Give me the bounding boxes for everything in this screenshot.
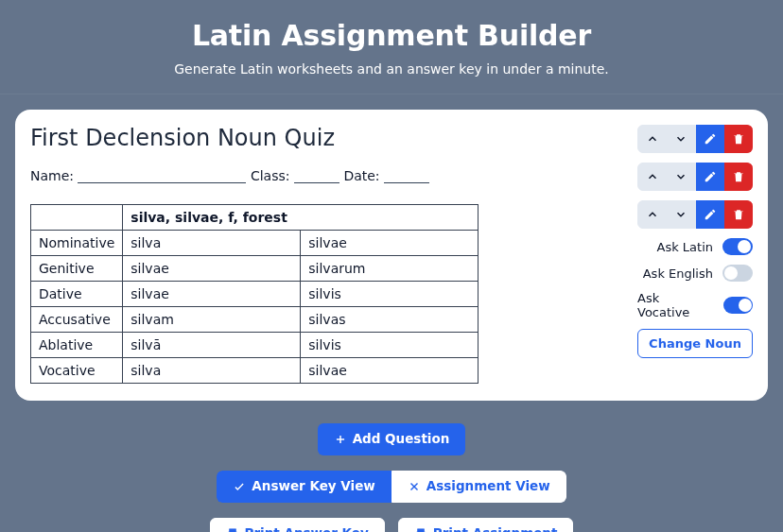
pl-cell: silvas bbox=[301, 307, 478, 333]
pencil-icon bbox=[704, 170, 717, 183]
assignment-card: First Declension Noun Quiz Name: Class: … bbox=[15, 110, 768, 401]
section-controls-1 bbox=[637, 125, 753, 153]
move-up-button[interactable] bbox=[638, 201, 667, 228]
chevron-down-icon bbox=[674, 132, 687, 146]
ask-english-toggle[interactable] bbox=[722, 265, 753, 282]
edit-button[interactable] bbox=[696, 200, 724, 229]
answer-key-view-label: Answer Key View bbox=[252, 480, 374, 493]
table-row: Nominativesilvasilvae bbox=[31, 231, 478, 256]
assignment-view-label: Assignment View bbox=[426, 480, 550, 493]
case-cell: Vocative bbox=[31, 358, 123, 384]
move-down-button[interactable] bbox=[667, 163, 695, 190]
sg-cell: silvam bbox=[123, 307, 301, 333]
trash-icon bbox=[732, 170, 745, 183]
move-down-button[interactable] bbox=[667, 201, 695, 228]
pl-cell: silvarum bbox=[301, 256, 478, 282]
declension-table: silva, silvae, f, forest Nominativesilva… bbox=[30, 204, 478, 384]
printer-icon bbox=[414, 527, 427, 532]
table-row: Dativesilvaesilvis bbox=[31, 282, 478, 307]
ask-english-row: Ask English bbox=[637, 265, 753, 282]
add-question-button[interactable]: Add Question bbox=[318, 423, 466, 455]
trash-icon bbox=[732, 132, 745, 146]
view-segment: Answer Key View Assignment View bbox=[217, 471, 566, 503]
ask-latin-label: Ask Latin bbox=[657, 240, 713, 254]
sg-cell: silvae bbox=[123, 256, 301, 282]
page-actions: Add Question Answer Key View Assignment … bbox=[0, 423, 783, 532]
class-label: Class: bbox=[251, 168, 290, 183]
chevron-down-icon bbox=[674, 208, 687, 221]
table-row: Genitivesilvaesilvarum bbox=[31, 256, 478, 282]
case-cell: Accusative bbox=[31, 307, 123, 333]
add-question-label: Add Question bbox=[353, 433, 450, 446]
name-blank bbox=[78, 182, 246, 183]
trash-icon bbox=[732, 208, 745, 221]
delete-button[interactable] bbox=[724, 125, 753, 153]
case-cell: Nominative bbox=[31, 231, 123, 256]
assignment-view-button[interactable]: Assignment View bbox=[392, 471, 566, 503]
noun-header: silva, silvae, f, forest bbox=[123, 205, 478, 231]
ask-latin-toggle[interactable] bbox=[722, 238, 753, 255]
table-row: Vocativesilvasilvae bbox=[31, 358, 478, 384]
chevron-down-icon bbox=[674, 170, 687, 183]
move-up-button[interactable] bbox=[638, 126, 667, 152]
question-controls: Ask Latin Ask English Ask Vocative Chang… bbox=[637, 125, 753, 358]
table-row: Accusativesilvamsilvas bbox=[31, 307, 478, 333]
pencil-icon bbox=[704, 132, 717, 146]
sg-cell: silvae bbox=[123, 282, 301, 307]
edit-button[interactable] bbox=[696, 125, 724, 153]
divider bbox=[0, 94, 783, 94]
printer-icon bbox=[226, 527, 239, 532]
plus-icon bbox=[334, 433, 347, 446]
print-assignment-label: Print Assignment bbox=[433, 527, 558, 532]
delete-button[interactable] bbox=[724, 163, 753, 191]
section-controls-2 bbox=[637, 163, 753, 191]
date-blank bbox=[384, 182, 429, 183]
edit-button[interactable] bbox=[696, 163, 724, 191]
table-header-row: silva, silvae, f, forest bbox=[31, 205, 478, 231]
table-row: Ablativesilvāsilvis bbox=[31, 333, 478, 358]
delete-button[interactable] bbox=[724, 200, 753, 229]
answer-key-view-button[interactable]: Answer Key View bbox=[217, 471, 391, 503]
move-down-button[interactable] bbox=[667, 126, 695, 152]
sg-cell: silva bbox=[123, 231, 301, 256]
ask-english-label: Ask English bbox=[643, 266, 713, 281]
chevron-up-icon bbox=[646, 208, 659, 221]
case-cell: Genitive bbox=[31, 256, 123, 282]
x-icon bbox=[408, 480, 421, 493]
sg-cell: silvā bbox=[123, 333, 301, 358]
pl-cell: silvis bbox=[301, 282, 478, 307]
sg-cell: silva bbox=[123, 358, 301, 384]
name-label: Name: bbox=[30, 168, 74, 183]
check-icon bbox=[233, 480, 246, 493]
page-title: Latin Assignment Builder bbox=[0, 19, 783, 52]
pl-cell: silvis bbox=[301, 333, 478, 358]
date-label: Date: bbox=[343, 168, 379, 183]
chevron-up-icon bbox=[646, 170, 659, 183]
ask-vocative-toggle[interactable] bbox=[723, 297, 753, 314]
chevron-up-icon bbox=[646, 132, 659, 146]
pl-cell: silvae bbox=[301, 358, 478, 384]
case-cell: Dative bbox=[31, 282, 123, 307]
class-blank bbox=[294, 182, 339, 183]
pl-cell: silvae bbox=[301, 231, 478, 256]
ask-vocative-label: Ask Vocative bbox=[637, 291, 714, 319]
print-answer-key-label: Print Answer Key bbox=[245, 527, 369, 532]
print-answer-key-button[interactable]: Print Answer Key bbox=[210, 518, 385, 532]
case-cell: Ablative bbox=[31, 333, 123, 358]
page-subtitle: Generate Latin worksheets and an answer … bbox=[0, 61, 783, 77]
pencil-icon bbox=[704, 208, 717, 221]
ask-latin-row: Ask Latin bbox=[637, 238, 753, 255]
ask-vocative-row: Ask Vocative bbox=[637, 291, 753, 319]
page-header: Latin Assignment Builder Generate Latin … bbox=[0, 0, 783, 94]
section-controls-3 bbox=[637, 200, 753, 229]
print-assignment-button[interactable]: Print Assignment bbox=[398, 518, 574, 532]
move-up-button[interactable] bbox=[638, 163, 667, 190]
change-noun-button[interactable]: Change Noun bbox=[637, 329, 753, 358]
